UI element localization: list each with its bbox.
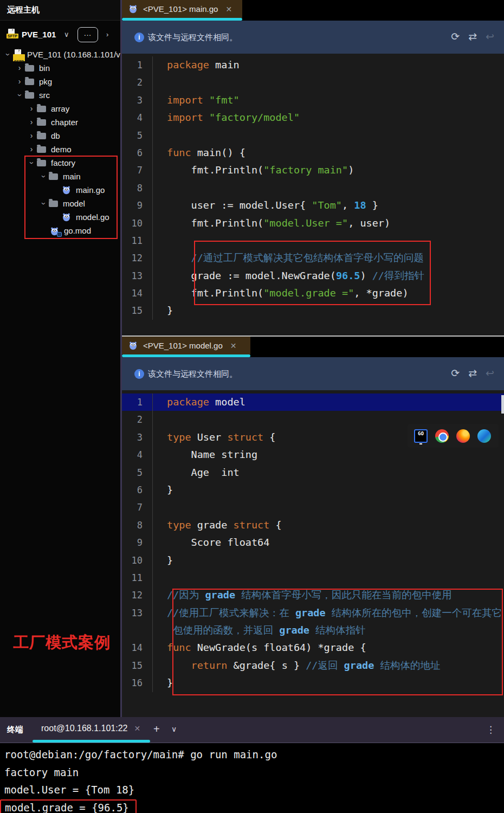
tab-close-icon[interactable]: ✕ (230, 341, 237, 350)
line-number: 10 (122, 215, 152, 232)
infobar-actions: ⟳ ⇄ ↩ (451, 30, 494, 43)
tabbar-model-go: <PVE_101> model.go ✕ (122, 337, 504, 357)
gomod-icon (50, 226, 62, 236)
tree-item-label: bin (39, 61, 50, 75)
host-forward-icon[interactable]: › (106, 30, 108, 38)
tree-item-pkg[interactable]: ›pkg (0, 75, 120, 88)
tab-main-go[interactable]: <PVE_101> main.go ✕ (122, 0, 242, 18)
chevron-expanded-icon[interactable]: › (25, 158, 38, 169)
gofile-icon (62, 212, 74, 222)
terminal-tab-close-icon[interactable]: ✕ (134, 724, 140, 733)
chevron-collapsed-icon[interactable]: › (26, 102, 37, 115)
folder-icon (37, 132, 49, 139)
code-text (152, 569, 504, 586)
code-line: 11 (122, 232, 504, 249)
tree-item-go.mod[interactable]: go.mod (0, 224, 120, 237)
code-line: 8 (122, 179, 504, 197)
chevron-collapsed-icon[interactable]: › (26, 129, 37, 143)
terminal-tab[interactable]: root@10.168.1.101:22 ✕ (33, 717, 140, 740)
code-editor-main-go[interactable]: 1package main23import "fmt"4import "fact… (122, 54, 504, 335)
case-annotation-label: 工厂模式案例 (13, 632, 111, 654)
code-line: 4import "factory/model" (122, 109, 504, 126)
code-line: 9 user := model.User{ "Tom", 18 } (122, 197, 504, 214)
tree-item-src[interactable]: ›src (0, 88, 120, 102)
code-line: 包使用的函数，并返回 grade 结构体指针 (122, 622, 504, 639)
infobar-model-go: i 该文件与远程文件相同。 ⟳ ⇄ ↩ (122, 357, 504, 390)
new-terminal-icon[interactable]: + (153, 723, 160, 735)
host-row[interactable]: SFTP PVE_101 ∨ ... › (0, 26, 120, 44)
tab-label: <PVE_101> main.go (143, 4, 218, 14)
line-number: 8 (122, 179, 152, 197)
code-text: 包使用的函数，并返回 grade 结构体指针 (152, 622, 504, 639)
tree-item-factory[interactable]: ›factory (0, 156, 120, 170)
code-editor-model-go[interactable]: 1package model23type User struct {4 Name… (122, 391, 504, 706)
code-text: package model (152, 393, 504, 411)
transfer-icon[interactable]: ⇄ (468, 367, 477, 379)
line-number: 11 (122, 232, 152, 249)
edge-icon[interactable] (477, 429, 491, 443)
terminal-menu-icon[interactable]: ⋮ (486, 724, 495, 735)
tree-item-pve-101-10.168.1.101-v[interactable]: ›SFTPPVE_101 (10.168.1.101/v (0, 48, 120, 61)
tree-item-array[interactable]: ›array (0, 102, 120, 115)
code-line: 14 fmt.Println("model.grade =", *grade) (122, 285, 504, 302)
line-number: 8 (122, 517, 152, 534)
chevron-expanded-icon[interactable]: › (13, 90, 27, 101)
chevron-collapsed-icon[interactable]: › (14, 75, 25, 88)
gopher-icon (128, 4, 138, 14)
info-text: 该文件与远程文件相同。 (148, 369, 237, 379)
sidebar-header: 远程主机 (0, 0, 120, 21)
tree-item-main[interactable]: ›main (0, 170, 120, 183)
undo-icon[interactable]: ↩ (486, 367, 494, 379)
code-text: fmt.Println("model.grade =", *grade) (152, 285, 504, 302)
tree-item-bin[interactable]: ›bin (0, 61, 120, 75)
tree-item-db[interactable]: ›db (0, 129, 120, 143)
line-number: 6 (122, 144, 152, 162)
chrome-icon[interactable] (435, 429, 449, 443)
line-number: 2 (122, 411, 152, 428)
code-line: 2 (122, 74, 504, 91)
terminal-output[interactable]: root@debian:/go/factory/main# go run mai… (0, 744, 504, 813)
host-more-button[interactable]: ... (77, 27, 98, 42)
code-line: 14func NewGrade(s float64) *grade { (122, 639, 504, 656)
chevron-expanded-icon[interactable]: › (1, 49, 15, 60)
code-line: 15 return &grade{ s } //返回 grade 结构体的地址 (122, 657, 504, 674)
host-dropdown-icon[interactable]: ∨ (64, 30, 69, 38)
line-number: 11 (122, 569, 152, 586)
undo-icon[interactable]: ↩ (486, 30, 494, 43)
tree-item-model[interactable]: ›model (0, 197, 120, 210)
terminal-panel: 终端 root@10.168.1.101:22 ✕ + ∨ ⋮ root@deb… (0, 717, 504, 813)
tree-item-label: chapter (51, 115, 78, 129)
chevron-expanded-icon[interactable]: › (37, 198, 50, 209)
chevron-collapsed-icon[interactable]: › (14, 61, 25, 75)
code-text: Age int (152, 464, 504, 481)
line-number: 4 (122, 446, 152, 463)
tree-item-demo[interactable]: ›demo (0, 143, 120, 156)
code-text: //通过工厂模式解决其它包结构体首字母小写的问题 (152, 249, 504, 267)
code-line: 5 Age int (122, 464, 504, 481)
code-line: 6} (122, 481, 504, 499)
line-number: 7 (122, 162, 152, 179)
chevron-collapsed-icon[interactable]: › (26, 115, 37, 129)
refresh-icon[interactable]: ⟳ (451, 367, 460, 379)
terminal-tab-label: root@10.168.1.101:22 (41, 724, 127, 733)
line-number: 3 (122, 92, 152, 109)
transfer-icon[interactable]: ⇄ (468, 30, 477, 43)
file-tree: ›SFTPPVE_101 (10.168.1.101/v›bin›pkg›src… (0, 48, 120, 237)
chevron-collapsed-icon[interactable]: › (26, 143, 37, 156)
app-switcher-overlay: GO (408, 424, 499, 448)
refresh-icon[interactable]: ⟳ (451, 30, 460, 43)
tree-item-chapter[interactable]: ›chapter (0, 115, 120, 129)
tab-close-icon[interactable]: ✕ (225, 5, 232, 14)
scrollbar-thumb[interactable] (501, 395, 504, 414)
tab-model-go[interactable]: <PVE_101> model.go ✕ (122, 337, 250, 354)
tree-item-main.go[interactable]: main.go (0, 183, 120, 197)
tree-item-model.go[interactable]: model.go (0, 210, 120, 224)
chevron-expanded-icon[interactable]: › (37, 171, 50, 182)
code-text: } (152, 302, 504, 319)
tab-label: <PVE_101> model.go (143, 341, 223, 350)
terminal-dropdown-icon[interactable]: ∨ (171, 725, 177, 733)
line-number: 5 (122, 127, 152, 144)
code-text: func NewGrade(s float64) *grade { (152, 639, 504, 656)
goland-icon[interactable]: GO (414, 429, 428, 443)
firefox-icon[interactable] (456, 429, 470, 443)
